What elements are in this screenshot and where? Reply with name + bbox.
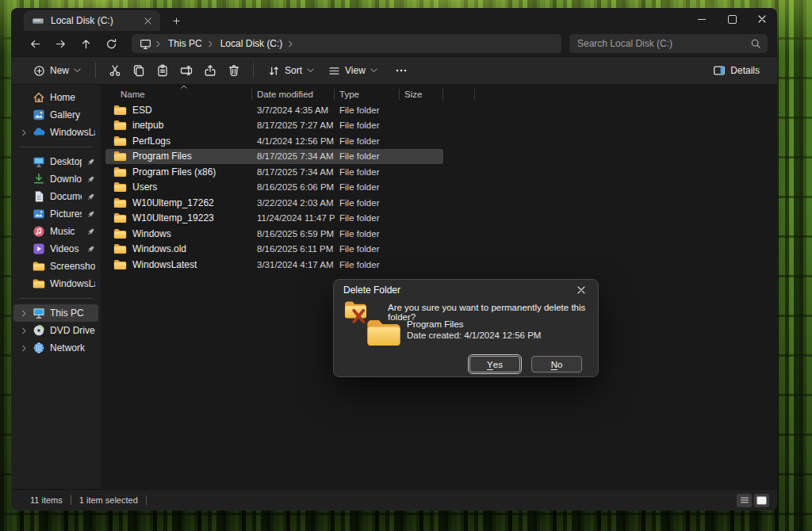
details-pane-button[interactable]: Details (707, 61, 766, 80)
minimize-button[interactable] (687, 8, 717, 30)
sidebar-item[interactable]: Pictures (13, 205, 98, 223)
file-type: File folder (335, 213, 400, 223)
more-options-button[interactable] (390, 60, 412, 81)
tab-close-icon[interactable] (140, 13, 155, 29)
file-name: Windows.old (132, 243, 186, 254)
folder-icon (113, 197, 127, 208)
search-icon[interactable] (750, 38, 761, 49)
expand-chevron-icon[interactable] (20, 129, 28, 136)
yes-button[interactable]: Yes (469, 356, 520, 372)
pin-icon (86, 245, 95, 254)
toolbar-separator (95, 63, 96, 78)
copy-icon (132, 64, 145, 77)
copy-button[interactable] (128, 60, 150, 81)
sidebar-item[interactable]: Videos (13, 240, 98, 258)
sidebar-item[interactable]: Screenshots (13, 258, 98, 275)
expand-chevron-icon[interactable] (20, 310, 28, 317)
sidebar-item[interactable]: DVD Drive (D:) CCC (13, 322, 98, 339)
sidebar-item-icon (33, 190, 45, 203)
sidebar-item[interactable]: Gallery (13, 106, 98, 124)
file-date-modified: 8/16/2025 6:06 PM (252, 182, 335, 192)
table-row[interactable]: Users 8/16/2025 6:06 PM File folder (105, 180, 443, 196)
sidebar-item-icon (33, 225, 45, 238)
sidebar-item-label: Desktop (50, 156, 82, 167)
breadcrumb-chevron-icon (155, 40, 162, 48)
dialog-item-name: Program Files (407, 319, 464, 329)
sidebar-item-label: Documents (50, 191, 82, 202)
table-row[interactable]: Program Files 8/17/2025 7:34 AM File fol… (105, 149, 443, 165)
expand-chevron-icon[interactable] (20, 327, 28, 334)
file-name: Users (132, 181, 157, 193)
sidebar-item-icon (33, 260, 45, 273)
file-name: W10Ultemp_19223 (132, 212, 214, 223)
file-date-modified: 8/16/2025 6:59 PM (252, 229, 335, 239)
address-bar[interactable]: This PC Local Disk (C:) (132, 34, 561, 53)
cut-button[interactable] (104, 60, 126, 81)
sidebar-item-label: Downloads (50, 174, 82, 185)
table-row[interactable]: WindowsLatest 3/31/2024 4:17 AM File fol… (105, 257, 443, 273)
forward-button[interactable] (49, 33, 71, 54)
view-button[interactable]: View (322, 62, 384, 80)
share-button[interactable] (199, 60, 221, 81)
sidebar-item-label: Gallery (50, 109, 95, 120)
new-tab-button[interactable] (168, 13, 184, 29)
no-button[interactable]: No (531, 356, 582, 372)
large-icons-view-toggle[interactable] (754, 494, 769, 507)
delete-button[interactable] (223, 60, 245, 81)
sort-button[interactable]: Sort (262, 62, 320, 80)
breadcrumb-item[interactable]: This PC (163, 36, 207, 51)
tab-title: Local Disk (C:) (51, 15, 133, 26)
table-row[interactable]: PerfLogs 4/1/2024 12:56 PM File folder (105, 133, 443, 149)
sidebar-item[interactable]: Desktop (13, 153, 98, 170)
column-header-name[interactable]: Name (105, 86, 252, 102)
sidebar-item[interactable]: Documents (13, 188, 98, 205)
search-input[interactable] (576, 37, 750, 50)
pin-icon (86, 210, 95, 219)
column-header-type[interactable]: Type (335, 86, 400, 102)
sidebar-item[interactable]: WindowsLatest - Pe (13, 124, 98, 141)
table-row[interactable]: Windows.old 8/16/2025 6:11 PM File folde… (105, 242, 443, 258)
new-button[interactable]: New (27, 62, 87, 80)
dialog-close-button[interactable] (568, 281, 595, 299)
close-button[interactable] (747, 8, 777, 30)
sidebar-item[interactable]: Home (13, 89, 98, 106)
sidebar-item[interactable]: Downloads (13, 170, 98, 188)
refresh-button[interactable] (100, 33, 122, 54)
table-row[interactable]: inetpub 8/17/2025 7:27 AM File folder (105, 118, 443, 134)
sidebar-item[interactable]: WindowsLatest (13, 275, 98, 292)
paste-button[interactable] (151, 60, 174, 81)
sidebar-item[interactable]: Music (13, 223, 98, 240)
maximize-button[interactable] (717, 8, 747, 30)
table-row[interactable]: Program Files (x86) 8/17/2025 7:34 AM Fi… (105, 164, 443, 180)
breadcrumb-chevron-icon[interactable] (287, 40, 294, 48)
explorer-tab[interactable]: Local Disk (C:) (24, 10, 160, 31)
expand-chevron-icon[interactable] (20, 345, 28, 352)
status-bar: 11 items 1 item selected (11, 489, 777, 510)
table-row[interactable]: ESD 3/7/2024 4:35 AM File folder (105, 102, 443, 118)
sidebar-item-icon (33, 277, 45, 290)
back-button[interactable] (24, 33, 46, 54)
file-type: File folder (335, 105, 400, 115)
sidebar-item-label: Videos (50, 243, 82, 254)
sidebar-item-label: Music (50, 226, 82, 237)
breadcrumb-item[interactable]: Local Disk (C:) (216, 36, 288, 51)
sidebar-item-label: WindowsLatest - Pe (50, 127, 95, 138)
sidebar-item[interactable]: This PC (13, 304, 98, 322)
pin-icon (86, 193, 95, 201)
file-explorer-window: Local Disk (C:) This PC Local Disk (C:) (11, 8, 777, 510)
up-button[interactable] (75, 33, 97, 54)
table-row[interactable]: W10Ultemp_17262 3/22/2024 2:03 AM File f… (105, 195, 443, 211)
table-row[interactable]: Windows 8/16/2025 6:59 PM File folder (105, 226, 443, 242)
column-header-size[interactable]: Size (400, 86, 443, 102)
folder-icon (113, 120, 127, 131)
file-name: PerfLogs (132, 136, 170, 147)
selection-count: 1 item selected (79, 495, 138, 505)
column-header-date[interactable]: Date modified (252, 86, 335, 102)
details-view-toggle[interactable] (737, 494, 752, 507)
table-row[interactable]: W10Ultemp_19223 11/24/2024 11:47 PM File… (105, 211, 443, 227)
breadcrumb-chevron-icon[interactable] (207, 40, 214, 48)
drive-icon (32, 14, 44, 27)
rename-button[interactable] (175, 60, 197, 81)
sidebar-item[interactable]: Network (13, 339, 98, 357)
file-type: File folder (335, 151, 400, 161)
